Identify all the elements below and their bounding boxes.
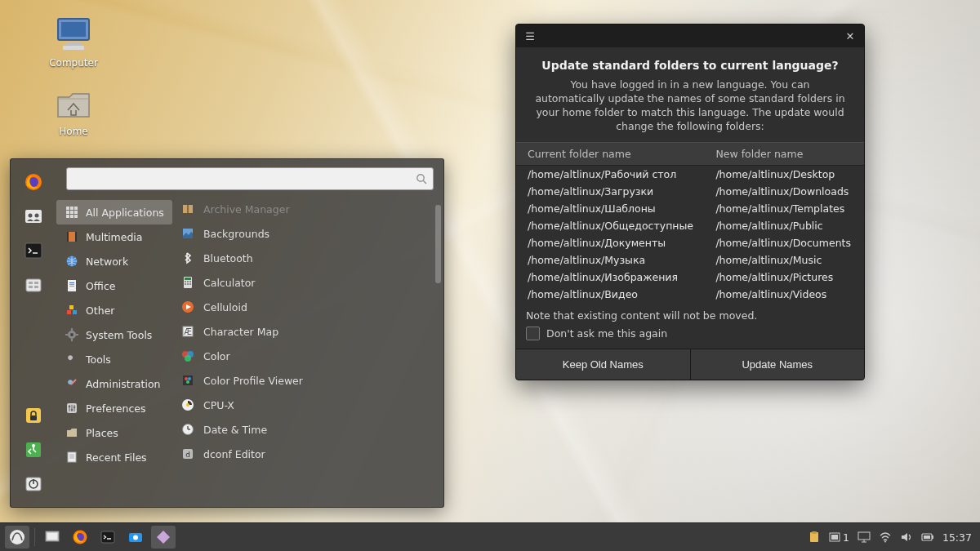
bt-icon — [180, 251, 195, 265]
category-off[interactable]: Office — [56, 273, 172, 298]
favorite-users[interactable] — [18, 202, 49, 231]
taskbar-screenshot[interactable] — [123, 526, 148, 549]
film-icon — [65, 229, 79, 244]
clock-icon — [180, 422, 195, 437]
dont-ask-checkbox[interactable] — [526, 327, 540, 340]
svg-rect-34 — [67, 232, 69, 242]
app-item[interactable]: ddconf Editor — [172, 442, 432, 466]
table-row[interactable]: /home/altlinux/Рабочий стол/home/altlinu… — [516, 165, 864, 183]
globe-icon — [65, 254, 79, 269]
search-icon — [416, 173, 427, 184]
dialog-titlebar[interactable]: ☰ ✕ — [516, 24, 864, 47]
desktop-icon-home[interactable]: Home — [41, 83, 106, 137]
tray-display[interactable] — [858, 531, 871, 543]
desktop-icon-computer[interactable]: Computer — [41, 15, 106, 69]
show-desktop-button[interactable] — [40, 526, 65, 549]
tray-clock[interactable]: 15:37 — [942, 531, 972, 544]
power-icon — [24, 474, 43, 494]
tray-network[interactable] — [879, 531, 892, 543]
search-input[interactable] — [66, 167, 434, 190]
app-label: CPU-X — [203, 399, 234, 411]
category-tls[interactable]: Tools — [56, 347, 172, 371]
power-button[interactable] — [18, 469, 49, 499]
svg-rect-27 — [66, 211, 69, 214]
table-row[interactable]: /home/altlinux/Загрузки/home/altlinux/Do… — [516, 183, 864, 200]
category-all[interactable]: All Applications — [56, 200, 172, 224]
svg-text:Æ: Æ — [184, 327, 192, 336]
column-header-current[interactable]: Current folder name — [516, 142, 707, 165]
svg-point-81 — [186, 380, 189, 384]
app-label: dconf Editor — [203, 448, 265, 460]
update-names-button[interactable]: Update Names — [691, 349, 865, 380]
table-row[interactable]: /home/altlinux/Видео/home/altlinux/Video… — [516, 286, 864, 303]
scrollbar-thumb[interactable] — [435, 205, 441, 283]
app-item[interactable]: Color — [172, 344, 432, 368]
svg-rect-35 — [75, 232, 77, 242]
grid-icon — [65, 205, 79, 220]
desktop-icon-label: Computer — [41, 57, 106, 69]
svg-point-56 — [74, 407, 76, 409]
app-item[interactable]: CPU-X — [172, 393, 432, 417]
users-icon — [24, 207, 43, 226]
keep-old-names-button[interactable]: Keep Old Names — [516, 349, 691, 380]
category-plc[interactable]: Places — [56, 420, 172, 445]
lock-screen-button[interactable] — [18, 401, 49, 430]
app-label: Archive Manager — [203, 203, 290, 216]
cell-current: /home/altlinux/Изображения — [516, 269, 707, 286]
svg-rect-16 — [30, 415, 37, 420]
table-row[interactable]: /home/altlinux/Общедоступные/home/altlin… — [516, 217, 864, 234]
wrench-icon — [65, 352, 79, 367]
favorite-firefox[interactable] — [18, 167, 49, 197]
tray-battery[interactable] — [921, 531, 934, 543]
table-row[interactable]: /home/altlinux/Документы/home/altlinux/D… — [516, 234, 864, 251]
column-header-new[interactable]: New folder name — [707, 142, 864, 165]
app-item[interactable]: Backgrounds — [172, 221, 432, 246]
app-item[interactable]: Celluloid — [172, 295, 432, 319]
tray-clipboard[interactable] — [808, 531, 821, 544]
svg-rect-70 — [187, 283, 189, 285]
category-sys[interactable]: System Tools — [56, 322, 172, 347]
close-icon[interactable]: ✕ — [843, 30, 858, 42]
table-row[interactable]: /home/altlinux/Музыка/home/altlinux/Musi… — [516, 251, 864, 269]
category-label: Administration — [86, 378, 160, 390]
svg-rect-101 — [858, 532, 870, 540]
category-rec[interactable]: Recent Files — [56, 445, 172, 469]
favorite-terminal[interactable] — [18, 236, 49, 265]
cell-new: /home/altlinux/Documents — [707, 234, 864, 251]
speaker-icon — [900, 531, 913, 543]
taskbar-terminal[interactable] — [96, 526, 120, 549]
favorite-files[interactable] — [18, 270, 49, 300]
taskbar-firefox[interactable] — [68, 526, 92, 549]
category-mm[interactable]: Multimedia — [56, 224, 172, 249]
app-label: Color — [203, 350, 230, 362]
logout-button[interactable] — [18, 435, 49, 464]
svg-rect-31 — [70, 215, 74, 218]
app-item[interactable]: Color Profile Viewer — [172, 368, 432, 393]
cinnamon-menu-icon — [8, 528, 26, 546]
category-prf[interactable]: Preferences — [56, 396, 172, 420]
start-menu-button[interactable] — [5, 526, 29, 549]
svg-rect-94 — [101, 531, 114, 543]
hamburger-icon[interactable]: ☰ — [523, 30, 537, 42]
app-item[interactable]: Bluetooth — [172, 246, 432, 270]
app-label: Backgrounds — [203, 228, 270, 240]
taskbar-window-xdg[interactable] — [151, 526, 176, 549]
dont-ask-label: Don't ask me this again — [546, 327, 667, 340]
app-item[interactable]: Calculator — [172, 270, 432, 295]
tray-sound[interactable] — [900, 531, 913, 543]
app-item[interactable]: Archive Manager — [172, 197, 432, 221]
app-item[interactable]: Date & Time — [172, 417, 432, 442]
app-item[interactable]: ÆCharacter Map — [172, 319, 432, 344]
svg-rect-66 — [185, 281, 186, 282]
table-row[interactable]: /home/altlinux/Изображения/home/altlinux… — [516, 269, 864, 286]
dialog-note: Note that existing content will not be m… — [516, 303, 864, 323]
workspace-count: 1 — [843, 531, 849, 544]
svg-rect-13 — [29, 286, 33, 288]
category-net[interactable]: Network — [56, 249, 172, 273]
category-oth[interactable]: Other — [56, 298, 172, 322]
tray-workspace[interactable]: 1 — [829, 531, 849, 544]
category-adm[interactable]: Administration — [56, 371, 172, 396]
svg-point-55 — [71, 409, 74, 411]
svg-point-96 — [133, 535, 138, 540]
table-row[interactable]: /home/altlinux/Шаблоны/home/altlinux/Tem… — [516, 200, 864, 217]
